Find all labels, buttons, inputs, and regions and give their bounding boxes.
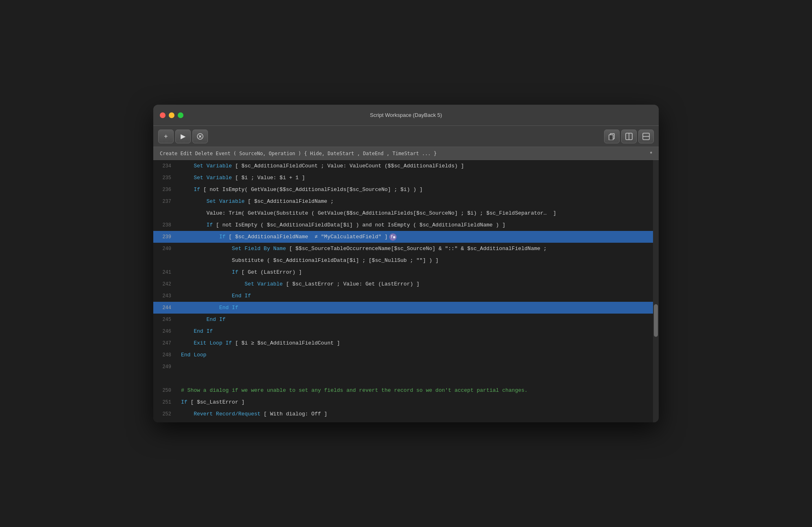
indent: [181, 293, 232, 299]
keyword: End If: [206, 316, 225, 323]
keyword: Set Variable: [245, 281, 283, 287]
line-number: 246: [153, 325, 178, 337]
table-row[interactable]: 252 Revert Record/Request [ With dialog:…: [153, 408, 659, 420]
keyword: End If: [219, 305, 238, 311]
line-number: 241: [153, 266, 178, 278]
svg-point-3: [199, 136, 201, 137]
add-button[interactable]: +: [158, 130, 174, 143]
code-text: [ not IsEmpty ( $sc_AdditionalFieldData[…: [213, 222, 505, 228]
table-row[interactable]: 240 Set Field By Name [ $$sc_SourceTable…: [153, 243, 659, 255]
line-number: 235: [153, 172, 178, 184]
code-text: [ $i ≥ $sc_AdditionalFieldCount ]: [232, 340, 340, 346]
line-content: # Show a dialog if we were unable to set…: [178, 384, 659, 396]
debug-icon: [196, 133, 204, 140]
table-row[interactable]: 246 End If: [153, 325, 659, 337]
title-bar: Script Workspace (DayBack 5): [153, 105, 659, 126]
indent: [181, 246, 232, 252]
code-text: Value: Trim( GetValue(Substitute ( GetVa…: [206, 210, 556, 216]
play-button[interactable]: ▶: [175, 130, 191, 143]
line-number: 236: [153, 184, 178, 195]
maximize-button[interactable]: [178, 112, 183, 118]
table-row[interactable]: 251If [ $sc_LastError ]: [153, 396, 659, 408]
keyword: If: [219, 234, 226, 240]
script-modified-indicator: *: [650, 150, 652, 157]
indent: [181, 305, 219, 311]
indent: [181, 281, 245, 287]
indent: [181, 163, 194, 169]
debug-button[interactable]: [192, 130, 208, 143]
line-number: 239: [153, 231, 178, 243]
table-row[interactable]: Value: Trim( GetValue(Substitute ( GetVa…: [153, 207, 659, 219]
table-row[interactable]: [153, 373, 659, 384]
table-row[interactable]: 236 If [ not IsEmpty( GetValue($$sc_Addi…: [153, 184, 659, 195]
scrollbar-track[interactable]: [653, 160, 659, 422]
line-content: If [ $sc_LastError ]: [178, 396, 659, 408]
line-content: Set Variable [ $sc_AdditionalFieldName ;: [178, 195, 659, 207]
table-row[interactable]: 250# Show a dialog if we were unable to …: [153, 384, 659, 396]
table-row[interactable]: 243 End If: [153, 290, 659, 302]
code-text: [ $sc_LastError ]: [188, 399, 245, 405]
keyword: If: [181, 399, 188, 405]
copy-layout-button[interactable]: [604, 130, 620, 143]
table-row[interactable]: 247 Exit Loop If [ $i ≥ $sc_AdditionalFi…: [153, 337, 659, 349]
split-vertical-icon: [625, 133, 633, 140]
table-row[interactable]: Substitute ( $sc_AdditionalFieldData[$i]…: [153, 255, 659, 266]
comment: # Show a dialog if we were unable to set…: [181, 387, 527, 393]
line-number: 238: [153, 219, 178, 231]
indent: [181, 234, 219, 240]
code-editor[interactable]: 234 Set Variable [ $sc_AdditionalFieldCo…: [153, 160, 659, 422]
line-number: 234: [153, 160, 178, 172]
line-content: If [ $sc_AdditionalFieldName ≠ "MyCalcul…: [178, 231, 659, 243]
line-content: Revert Record/Request [ With dialog: Off…: [178, 408, 659, 420]
indent: [181, 269, 232, 275]
indent: [181, 340, 194, 346]
line-content: End If: [178, 290, 659, 302]
keyword: Exit Loop If: [194, 340, 232, 346]
minimize-button[interactable]: [169, 112, 174, 118]
code-text: [ $sc_LastError ; Value: Get (LastError)…: [283, 281, 419, 287]
line-number: 244: [153, 302, 178, 314]
line-number: 248: [153, 349, 178, 361]
svg-rect-5: [609, 135, 613, 140]
main-window: Script Workspace (DayBack 5) + ▶: [153, 105, 659, 422]
keyword: Set Variable: [194, 163, 232, 169]
split-horizontal-button[interactable]: [638, 130, 654, 143]
table-row[interactable]: 248End Loop: [153, 349, 659, 361]
function-badge[interactable]: f◉: [389, 233, 397, 241]
table-row[interactable]: 244 End If: [153, 302, 659, 314]
table-row[interactable]: 235 Set Variable [ $i ; Value: $i + 1 ]: [153, 172, 659, 184]
line-number: [153, 207, 178, 219]
toolbar-right: [604, 130, 654, 143]
line-content: Set Field By Name [ $$sc_SourceTableOccu…: [178, 243, 659, 255]
line-number: 252: [153, 408, 178, 420]
code-text: [ $sc_AdditionalFieldCount ; Value: Valu…: [232, 163, 464, 169]
line-content: [178, 373, 659, 384]
table-row[interactable]: 249: [153, 361, 659, 373]
code-text: [ $i ; Value: $i + 1 ]: [232, 175, 305, 181]
table-row[interactable]: 242 Set Variable [ $sc_LastError ; Value…: [153, 278, 659, 290]
line-content: End If: [178, 302, 659, 314]
table-row[interactable]: 253 Show Custom Dialog [ "Error Saving D…: [153, 420, 659, 422]
table-row[interactable]: 245 End If: [153, 314, 659, 325]
code-text: [ With dialog: Off ]: [260, 411, 327, 417]
indent: [181, 198, 206, 204]
split-vertical-button[interactable]: [621, 130, 637, 143]
line-content: Set Variable [ $i ; Value: $i + 1 ]: [178, 172, 659, 184]
code-text: [ not IsEmpty( GetValue($$sc_AdditionalF…: [200, 187, 423, 193]
close-button[interactable]: [160, 112, 165, 118]
indent: [181, 222, 206, 228]
table-row[interactable]: 237 Set Variable [ $sc_AdditionalFieldNa…: [153, 195, 659, 207]
table-row[interactable]: 234 Set Variable [ $sc_AdditionalFieldCo…: [153, 160, 659, 172]
table-row[interactable]: 241 If [ Get (LastError) ]: [153, 266, 659, 278]
line-content: Set Variable [ $sc_LastError ; Value: Ge…: [178, 278, 659, 290]
line-content: End Loop: [178, 349, 659, 361]
line-number: 251: [153, 396, 178, 408]
keyword: If: [194, 187, 200, 193]
scrollbar-thumb[interactable]: [654, 304, 658, 337]
table-row[interactable]: 239 If [ $sc_AdditionalFieldName ≠ "MyCa…: [153, 231, 659, 243]
table-row[interactable]: 238 If [ not IsEmpty ( $sc_AdditionalFie…: [153, 219, 659, 231]
keyword: Set Field By Name: [232, 246, 286, 252]
keyword: Set Variable: [206, 198, 245, 204]
line-content: Show Custom Dialog [ "Error Saving Data"…: [178, 420, 659, 422]
indent: [181, 175, 194, 181]
